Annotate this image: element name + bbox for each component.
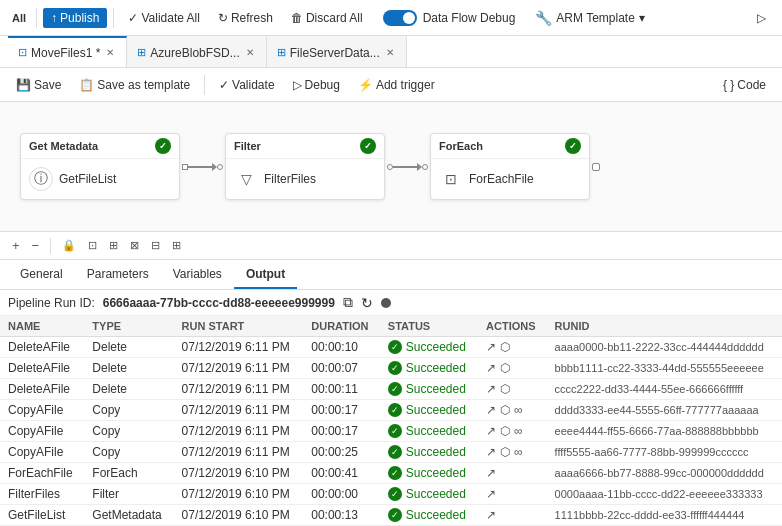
action-share-icon-4[interactable]: ⬡ xyxy=(500,424,510,438)
cell-actions-3: ↗ ⬡ ∞ xyxy=(478,400,546,421)
add-node-button[interactable]: + xyxy=(8,236,24,255)
run-button[interactable]: ▷ xyxy=(749,8,774,28)
validate-all-button[interactable]: ✓ Validate All xyxy=(120,8,207,28)
status-icon-0: ✓ xyxy=(388,340,402,354)
action-share-icon-5[interactable]: ⬡ xyxy=(500,445,510,459)
copy-run-id-icon[interactable]: ⧉ xyxy=(343,294,353,311)
action-link-icon-4[interactable]: ↗ xyxy=(486,424,496,438)
close-azureblob-icon[interactable]: ✕ xyxy=(244,46,256,59)
discard-icon: 🗑 xyxy=(291,11,303,25)
save-as-template-button[interactable]: 📋 Save as template xyxy=(71,75,198,95)
tab-azureblob[interactable]: ⊞ AzureBlobFSD... ✕ xyxy=(127,36,266,67)
action-share-icon-1[interactable]: ⬡ xyxy=(500,361,510,375)
tab-fileserver[interactable]: ⊞ FileServerData... ✕ xyxy=(267,36,407,67)
cell-runid-8: 1111bbbb-22cc-dddd-ee33-ffffff444444 xyxy=(547,505,782,526)
cell-runid-7: 0000aaaa-11bb-cccc-dd22-eeeeee333333 xyxy=(547,484,782,505)
code-button[interactable]: { } Code xyxy=(715,75,774,95)
action-link-icon-5[interactable]: ↗ xyxy=(486,445,496,459)
cell-runid-5: ffff5555-aa66-7777-88bb-999999cccccc xyxy=(547,442,782,463)
action-infinity-icon-4[interactable]: ∞ xyxy=(514,424,523,438)
action-infinity-icon-5[interactable]: ∞ xyxy=(514,445,523,459)
node-getmetadata[interactable]: Get Metadata ✓ ⓘ GetFileList xyxy=(20,133,180,200)
cell-actions-6: ↗ xyxy=(478,463,546,484)
connector-line-2 xyxy=(393,166,417,168)
cell-runid-6: aaaa6666-bb77-8888-99cc-000000dddddd xyxy=(547,463,782,484)
col-name: NAME xyxy=(0,316,84,337)
action-toolbar: 💾 Save 📋 Save as template ✓ Validate ▷ D… xyxy=(0,68,782,102)
validate-label: Validate xyxy=(232,78,274,92)
cell-actions-7: ↗ xyxy=(478,484,546,505)
debug-label: Debug xyxy=(305,78,340,92)
publish-button[interactable]: ↑ Publish xyxy=(43,8,107,28)
node-foreach-title: ForEach xyxy=(439,140,483,152)
foreach-checkmark-icon: ✓ xyxy=(569,141,577,151)
cell-status-0: ✓ Succeeded xyxy=(380,337,478,358)
action-link-icon-2[interactable]: ↗ xyxy=(486,382,496,396)
cell-runid-3: dddd3333-ee44-5555-66ff-777777aaaaaa xyxy=(547,400,782,421)
selection-button[interactable]: ⊠ xyxy=(126,237,143,254)
action-infinity-icon-3[interactable]: ∞ xyxy=(514,403,523,417)
run-info: Pipeline Run ID: 6666aaaa-77bb-cccc-dd88… xyxy=(0,290,782,316)
tab-parameters[interactable]: Parameters xyxy=(75,260,161,289)
action-icons-5: ↗ ⬡ ∞ xyxy=(486,445,538,459)
tab-general[interactable]: General xyxy=(8,260,75,289)
tab-azureblob-label: AzureBlobFSD... xyxy=(150,46,239,60)
all-label: All xyxy=(8,12,30,24)
validate-button[interactable]: ✓ Validate xyxy=(211,75,282,95)
cell-actions-2: ↗ ⬡ xyxy=(478,379,546,400)
remove-node-button[interactable]: − xyxy=(28,236,44,255)
close-movefiles-icon[interactable]: ✕ xyxy=(104,46,116,59)
action-link-icon-1[interactable]: ↗ xyxy=(486,361,496,375)
action-icons-6: ↗ xyxy=(486,466,538,480)
cell-name-0: DeleteAFile xyxy=(0,337,84,358)
cell-type-6: ForEach xyxy=(84,463,173,484)
separator xyxy=(36,8,37,28)
close-fileserver-icon[interactable]: ✕ xyxy=(384,46,396,59)
getmetadata-icon: ⓘ xyxy=(29,167,53,191)
tab-output[interactable]: Output xyxy=(234,260,297,289)
action-share-icon-3[interactable]: ⬡ xyxy=(500,403,510,417)
save-button[interactable]: 💾 Save xyxy=(8,75,69,95)
code-icon: { } xyxy=(723,78,734,92)
discard-all-label: Discard All xyxy=(306,11,363,25)
status-icon-5: ✓ xyxy=(388,445,402,459)
arm-template-menu[interactable]: 🔧 ARM Template ▾ xyxy=(527,7,652,29)
node-foreach-body: ⊡ ForEachFile xyxy=(431,159,589,199)
action-link-icon-7[interactable]: ↗ xyxy=(486,487,496,501)
refresh-run-icon[interactable]: ↻ xyxy=(361,295,373,311)
foreach-success-badge: ✓ xyxy=(565,138,581,154)
toggle-track[interactable] xyxy=(383,10,417,26)
arm-chevron-icon: ▾ xyxy=(639,11,645,25)
add-trigger-button[interactable]: ⚡ Add trigger xyxy=(350,75,443,95)
layout-button[interactable]: ⊟ xyxy=(147,237,164,254)
fit-button[interactable]: ⊡ xyxy=(84,237,101,254)
action-share-icon-0[interactable]: ⬡ xyxy=(500,340,510,354)
getmetadata-label: GetFileList xyxy=(59,172,116,186)
node-foreach[interactable]: ForEach ✓ ⊡ ForEachFile xyxy=(430,133,590,200)
data-flow-debug-toggle[interactable]: Data Flow Debug xyxy=(375,7,524,29)
action-link-icon-8[interactable]: ↗ xyxy=(486,508,496,522)
filter-checkmark-icon: ✓ xyxy=(364,141,372,151)
tab-variables[interactable]: Variables xyxy=(161,260,234,289)
refresh-button[interactable]: ↻ Refresh xyxy=(210,8,281,28)
zoom-in-button[interactable]: ⊞ xyxy=(105,237,122,254)
discard-all-button[interactable]: 🗑 Discard All xyxy=(283,8,371,28)
publish-icon: ↑ xyxy=(51,11,57,25)
debug-button[interactable]: ▷ Debug xyxy=(285,75,348,95)
cell-status-6: ✓ Succeeded xyxy=(380,463,478,484)
more-button[interactable]: ⊞ xyxy=(168,237,185,254)
stop-run-icon[interactable] xyxy=(381,298,391,308)
lock-button[interactable]: 🔒 xyxy=(58,237,80,254)
cell-duration-7: 00:00:00 xyxy=(303,484,380,505)
action-share-icon-2[interactable]: ⬡ xyxy=(500,382,510,396)
cell-name-7: FilterFiles xyxy=(0,484,84,505)
tab-movefiles[interactable]: ⊡ MoveFiles1 * ✕ xyxy=(8,36,127,67)
action-link-icon-6[interactable]: ↗ xyxy=(486,466,496,480)
port-out-3 xyxy=(592,163,600,171)
node-filter[interactable]: Filter ✓ ▽ FilterFiles xyxy=(225,133,385,200)
action-link-icon-0[interactable]: ↗ xyxy=(486,340,496,354)
code-label: Code xyxy=(737,78,766,92)
table-wrapper: NAME TYPE RUN START DURATION STATUS ACTI… xyxy=(0,316,782,526)
col-duration: DURATION xyxy=(303,316,380,337)
action-link-icon-3[interactable]: ↗ xyxy=(486,403,496,417)
